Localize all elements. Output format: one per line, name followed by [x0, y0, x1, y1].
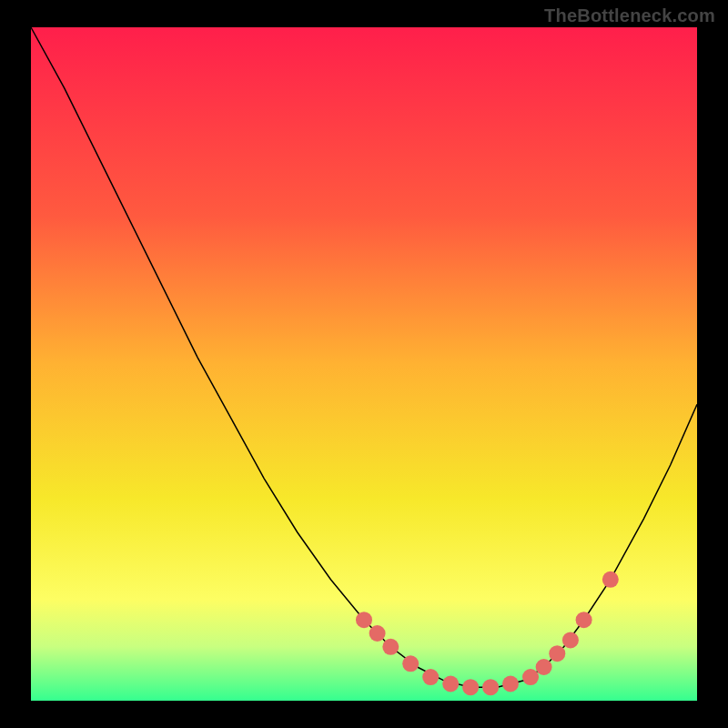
chart-svg	[0, 0, 728, 728]
marker-dot	[536, 659, 552, 675]
marker-dot	[462, 679, 479, 695]
marker-dot	[356, 612, 372, 628]
marker-dot	[422, 669, 439, 685]
marker-dot	[402, 655, 419, 672]
marker-dot	[502, 676, 519, 693]
marker-dot	[482, 679, 499, 695]
marker-dot	[549, 645, 565, 662]
marker-dot	[382, 639, 399, 655]
chart-stage: TheBottleneck.com	[0, 0, 728, 728]
marker-dot	[562, 632, 579, 648]
marker-dot	[576, 612, 592, 628]
marker-dot	[602, 571, 619, 588]
watermark-text: TheBottleneck.com	[544, 5, 715, 26]
marker-dot	[369, 625, 386, 642]
marker-dot	[442, 676, 459, 693]
marker-dot	[522, 669, 539, 685]
